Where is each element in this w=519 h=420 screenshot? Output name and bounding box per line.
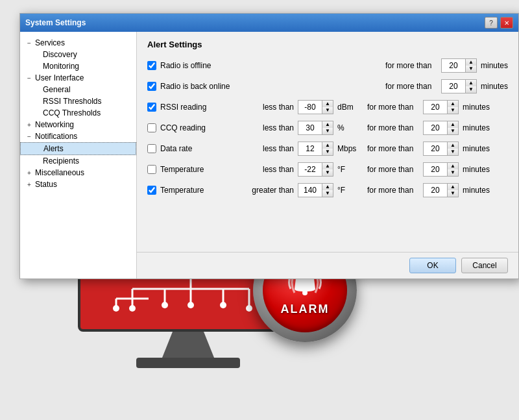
sidebar-item-services[interactable]: −Services [20, 37, 136, 49]
spinbox-down1-ccq-reading[interactable]: ▼ [322, 128, 333, 134]
sidebar-item-discovery[interactable]: Discovery [20, 49, 136, 60]
spinbox-value2-temperature-less[interactable]: ▲ ▼ [423, 162, 459, 177]
alert-label-ccq-reading: CCQ reading [160, 123, 238, 132]
alert-label-radio-offline: Radio is offline [160, 61, 238, 70]
spinbox-value2-data-rate[interactable]: ▲ ▼ [423, 142, 459, 156]
spinbox-input1-temperature-less[interactable] [298, 163, 322, 176]
spinbox-down2-temperature-less[interactable]: ▼ [448, 169, 458, 176]
checkbox-data-rate[interactable] [147, 144, 156, 153]
condition-label-rssi-reading: less than [242, 103, 294, 112]
checkbox-radio-offline[interactable] [147, 61, 156, 70]
spinbox-up2-temperature-greater[interactable]: ▲ [448, 184, 458, 190]
sidebar-item-notifications[interactable]: −Notifications [20, 130, 136, 142]
spinbox-input2-data-rate[interactable] [424, 142, 447, 155]
svg-point-17 [302, 290, 308, 295]
expand-icon-services[interactable]: − [25, 40, 33, 47]
spinbox-up2-rssi-reading[interactable]: ▲ [448, 101, 458, 107]
alert-row-radio-offline: Radio is offlinefor more than ▲ ▼ minute… [147, 57, 508, 74]
minutes-label-radio-online: minutes [481, 82, 508, 91]
spinbox-up1-temperature-greater[interactable]: ▲ [322, 184, 333, 190]
svg-point-12 [162, 302, 168, 308]
minutes-label-ccq-reading: minutes [463, 123, 490, 132]
spinbox-input1-data-rate[interactable] [298, 142, 322, 155]
spinbox-input1-rssi-reading[interactable] [298, 101, 322, 114]
sidebar-label-discovery: Discovery [43, 50, 77, 59]
sidebar-item-recipients[interactable]: Recipients [20, 155, 136, 167]
sidebar-item-alerts[interactable]: Alerts [20, 142, 136, 155]
for-more-label-temperature-greater: for more than [367, 186, 419, 195]
spinbox-down2-radio-offline[interactable]: ▼ [466, 66, 476, 72]
spinbox-down2-temperature-greater[interactable]: ▼ [448, 190, 458, 197]
checkbox-temperature-less[interactable] [147, 165, 156, 174]
monitor-stand [162, 332, 214, 358]
sidebar-item-ccq-thresholds[interactable]: CCQ Thresholds [20, 107, 136, 119]
spinbox-input1-temperature-greater[interactable] [298, 184, 322, 197]
spinbox-down2-ccq-reading[interactable]: ▼ [448, 128, 458, 134]
for-more-label-radio-offline: for more than [385, 61, 437, 70]
spinbox-input2-radio-online[interactable] [442, 80, 465, 93]
spinbox-down2-data-rate[interactable]: ▼ [448, 149, 458, 155]
spinbox-input1-ccq-reading[interactable] [298, 121, 322, 134]
close-button[interactable]: ✕ [500, 17, 513, 29]
spinbox-down1-temperature-greater[interactable]: ▼ [322, 190, 333, 197]
sidebar-label-services: Services [35, 38, 65, 47]
spinbox-value1-temperature-less[interactable]: ▲ ▼ [298, 162, 333, 177]
titlebar-buttons: ? ✕ [485, 17, 513, 29]
dialog-body: −ServicesDiscoveryMonitoring−User Interf… [20, 32, 518, 278]
unit-label-temperature-less: °F [337, 165, 363, 174]
spinbox-value2-radio-online[interactable]: ▲ ▼ [441, 79, 477, 93]
spinbox-value2-rssi-reading[interactable]: ▲ ▼ [423, 100, 459, 114]
spinbox-input2-ccq-reading[interactable] [424, 121, 447, 134]
spinbox-up2-radio-offline[interactable]: ▲ [466, 59, 476, 66]
sidebar-item-user-interface[interactable]: −User Interface [20, 72, 136, 84]
checkbox-radio-online[interactable] [147, 82, 156, 91]
spinbox-down1-temperature-less[interactable]: ▼ [322, 169, 333, 176]
spinbox-input2-temperature-greater[interactable] [424, 184, 447, 197]
expand-icon-networking[interactable]: + [25, 121, 33, 129]
monitor-base [136, 358, 240, 368]
alert-settings-content: Alert Settings Radio is offlinefor more … [137, 32, 518, 252]
spinbox-up1-ccq-reading[interactable]: ▲ [322, 121, 333, 128]
sidebar-item-miscellaneous[interactable]: +Miscellaneous [20, 167, 136, 179]
spinbox-value1-temperature-greater[interactable]: ▲ ▼ [298, 183, 333, 197]
spinbox-value1-rssi-reading[interactable]: ▲ ▼ [298, 100, 333, 114]
spinbox-up2-data-rate[interactable]: ▲ [448, 142, 458, 149]
spinbox-up1-temperature-less[interactable]: ▲ [322, 163, 333, 169]
spinbox-value2-radio-offline[interactable]: ▲ ▼ [441, 58, 477, 73]
cancel-button[interactable]: Cancel [461, 258, 508, 273]
expand-icon-user-interface[interactable]: − [25, 75, 33, 82]
spinbox-input2-rssi-reading[interactable] [424, 101, 447, 114]
checkbox-rssi-reading[interactable] [147, 103, 156, 112]
spinbox-down1-rssi-reading[interactable]: ▼ [322, 107, 333, 114]
spinbox-up1-data-rate[interactable]: ▲ [322, 142, 333, 149]
spinbox-up1-rssi-reading[interactable]: ▲ [322, 101, 333, 107]
for-more-label-temperature-less: for more than [367, 165, 419, 174]
ok-button[interactable]: OK [409, 258, 456, 273]
spinbox-down1-data-rate[interactable]: ▼ [322, 149, 333, 155]
sidebar-label-recipients: Recipients [43, 156, 79, 166]
spinbox-btns2-radio-offline: ▲ ▼ [465, 59, 476, 72]
sidebar-item-monitoring[interactable]: Monitoring [20, 60, 136, 72]
spinbox-up2-radio-online[interactable]: ▲ [466, 80, 476, 86]
spinbox-up2-temperature-less[interactable]: ▲ [448, 163, 458, 169]
expand-icon-notifications[interactable]: − [25, 133, 33, 140]
svg-point-14 [220, 302, 226, 308]
spinbox-down2-radio-online[interactable]: ▼ [466, 86, 476, 93]
help-button[interactable]: ? [485, 17, 498, 29]
sidebar-item-general[interactable]: General [20, 84, 136, 95]
checkbox-temperature-greater[interactable] [147, 186, 156, 195]
spinbox-value2-ccq-reading[interactable]: ▲ ▼ [423, 121, 459, 135]
sidebar-item-networking[interactable]: +Networking [20, 119, 136, 130]
spinbox-value1-ccq-reading[interactable]: ▲ ▼ [298, 121, 333, 135]
spinbox-value1-data-rate[interactable]: ▲ ▼ [298, 142, 333, 156]
spinbox-input2-radio-offline[interactable] [442, 59, 465, 72]
spinbox-up2-ccq-reading[interactable]: ▲ [448, 121, 458, 128]
checkbox-ccq-reading[interactable] [147, 123, 156, 132]
spinbox-value2-temperature-greater[interactable]: ▲ ▼ [423, 183, 459, 197]
sidebar-item-rssi-thresholds[interactable]: RSSI Thresholds [20, 95, 136, 107]
spinbox-input2-temperature-less[interactable] [424, 163, 447, 176]
spinbox-down2-rssi-reading[interactable]: ▼ [448, 107, 458, 114]
expand-icon-status[interactable]: + [25, 181, 33, 188]
sidebar-item-status[interactable]: +Status [20, 179, 136, 190]
expand-icon-miscellaneous[interactable]: + [25, 169, 33, 177]
